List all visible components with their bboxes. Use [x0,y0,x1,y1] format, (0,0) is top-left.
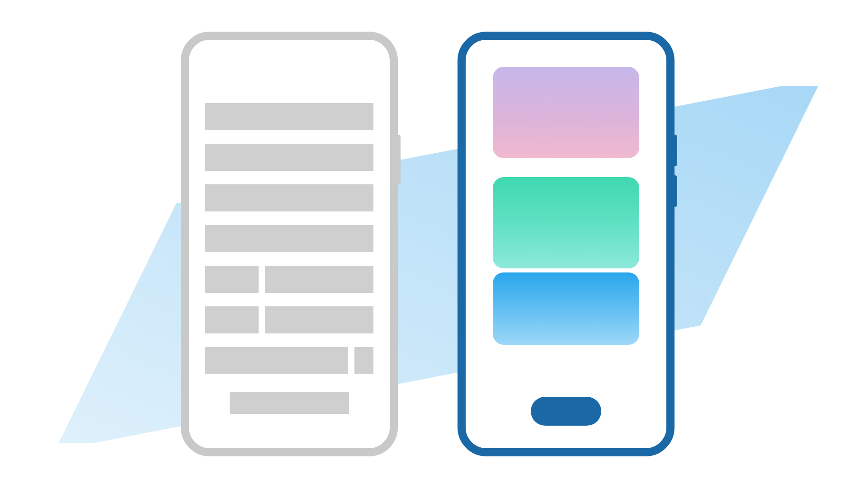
wireframe-row [205,103,373,130]
wireframe-screen [205,67,373,430]
card-purple [493,67,639,158]
wireframe-cell [205,306,259,333]
color-screen [482,67,650,430]
wireframe-cell [265,306,373,333]
primary-pill-button[interactable] [531,397,601,426]
phone-after [458,32,675,456]
wireframe-cell [265,266,373,293]
wireframe-cell [354,347,373,374]
wireframe-cell [205,266,259,293]
side-button-icon [396,135,401,184]
wireframe-row [205,184,373,211]
svg-marker-0 [59,86,818,443]
card-blue [493,272,639,345]
side-button-icon [673,135,677,166]
wireframe-cell [205,347,348,374]
wireframe-footer-row [230,392,349,414]
background-ribbon [59,45,818,443]
diagram-stage [0,0,868,488]
card-teal [493,177,639,268]
phone-before [181,32,398,456]
wireframe-row [205,225,373,252]
wireframe-row [205,144,373,171]
side-button-icon [673,175,677,207]
